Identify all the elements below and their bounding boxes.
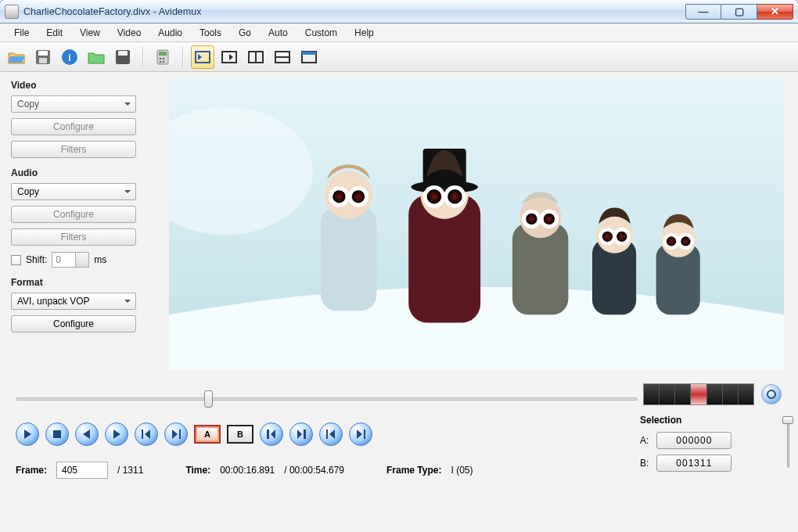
menu-edit[interactable]: Edit [38, 25, 70, 41]
audio-heading: Audio [11, 167, 156, 178]
selection-a-label: A: [640, 435, 649, 446]
output-display-icon[interactable] [217, 45, 241, 69]
svg-rect-8 [159, 52, 167, 56]
svg-point-28 [352, 190, 365, 203]
set-mark-b-button[interactable]: B [227, 425, 253, 444]
last-frame-button[interactable] [349, 422, 372, 446]
prev-frame-button[interactable] [75, 422, 99, 446]
time-value: 00:00:16.891 [220, 465, 275, 476]
frame-input[interactable]: 405 [56, 462, 108, 479]
menu-tools[interactable]: Tools [192, 25, 229, 41]
sidebar: Video Copy Configure Filters Audio Copy … [11, 80, 156, 332]
menu-auto[interactable]: Auto [261, 25, 296, 41]
split-vertical-icon[interactable] [244, 45, 268, 69]
format-configure-button[interactable]: Configure [11, 315, 136, 332]
time-label: Time: [185, 465, 210, 476]
audio-codec-select[interactable]: Copy [11, 183, 136, 200]
frame-value: 405 [62, 465, 77, 476]
jog-wheel[interactable] [643, 383, 754, 405]
audio-configure-button[interactable]: Configure [11, 206, 136, 223]
svg-point-9 [160, 57, 162, 59]
window-title: CharlieChocolateFactory.divx - Avidemux [23, 6, 201, 17]
svg-rect-55 [53, 430, 61, 438]
video-configure-button[interactable]: Configure [11, 118, 136, 135]
svg-rect-58 [267, 430, 269, 439]
frametype-value: I (05) [451, 465, 473, 476]
close-button[interactable]: ✕ [757, 4, 793, 20]
next-keyframe-button[interactable] [164, 422, 188, 446]
frame-total: / 1311 [117, 465, 143, 476]
selection-heading: Selection [640, 415, 775, 426]
speaker-icon[interactable] [761, 384, 782, 404]
jog-area [643, 383, 784, 405]
seek-slider[interactable] [16, 388, 638, 410]
format-select[interactable]: AVI, unpack VOP [11, 293, 136, 310]
audio-shift-checkbox[interactable] [11, 255, 21, 265]
audio-codec-value: Copy [17, 186, 39, 197]
menu-file[interactable]: File [6, 25, 37, 41]
stop-button[interactable] [45, 422, 69, 446]
svg-rect-56 [142, 430, 143, 439]
next-black-frame-button[interactable] [289, 422, 313, 446]
video-codec-select[interactable]: Copy [11, 95, 136, 113]
svg-rect-23 [321, 207, 376, 311]
next-frame-button[interactable] [105, 422, 128, 446]
save-icon[interactable] [31, 45, 55, 69]
menu-view[interactable]: View [72, 25, 108, 41]
svg-point-54 [681, 236, 690, 246]
svg-text:i: i [68, 52, 70, 63]
open-project-icon[interactable] [84, 45, 108, 69]
transport-bar: A B [16, 422, 372, 446]
svg-point-36 [448, 189, 462, 203]
video-filters-button[interactable]: Filters [11, 141, 136, 158]
menu-help[interactable]: Help [347, 25, 382, 41]
svg-point-12 [163, 60, 165, 63]
selection-a-button[interactable]: 000000 [656, 432, 732, 449]
client-area: Video Copy Configure Filters Audio Copy … [0, 72, 798, 532]
audio-shift-label: Shift: [26, 254, 47, 265]
save-project-icon[interactable] [111, 45, 135, 69]
calculator-icon[interactable] [151, 45, 174, 69]
svg-point-26 [332, 190, 345, 203]
input-display-icon[interactable] [191, 45, 214, 69]
svg-rect-59 [304, 430, 306, 439]
svg-point-32 [411, 181, 478, 193]
first-frame-button[interactable] [319, 422, 343, 446]
prev-black-frame-button[interactable] [260, 422, 283, 446]
seek-thumb[interactable] [204, 390, 213, 408]
split-horizontal-icon[interactable] [271, 45, 294, 69]
play-button[interactable] [16, 422, 39, 446]
menu-go[interactable]: Go [231, 25, 259, 41]
svg-rect-20 [302, 52, 316, 55]
set-mark-a-button[interactable]: A [194, 425, 221, 444]
volume-track [787, 418, 789, 468]
maximize-button[interactable]: ▢ [721, 4, 757, 20]
toolbar: i [0, 42, 798, 72]
audio-shift-value: 0 [56, 254, 61, 265]
svg-point-10 [163, 57, 165, 59]
audio-shift-input[interactable]: 0 [52, 252, 89, 268]
minimize-button[interactable]: — [685, 4, 721, 20]
single-display-icon[interactable] [297, 45, 321, 69]
svg-rect-2 [39, 58, 47, 63]
info-icon[interactable]: i [58, 45, 81, 69]
svg-point-40 [526, 214, 537, 225]
video-heading: Video [11, 80, 156, 91]
volume-thumb[interactable] [782, 416, 793, 424]
svg-point-11 [160, 60, 162, 63]
svg-point-52 [667, 236, 676, 246]
svg-rect-60 [326, 430, 328, 439]
menu-audio[interactable]: Audio [150, 25, 190, 41]
menu-video[interactable]: Video [110, 25, 149, 41]
format-value: AVI, unpack VOP [17, 296, 90, 307]
open-icon[interactable] [5, 45, 28, 69]
svg-rect-13 [196, 52, 210, 63]
prev-keyframe-button[interactable] [135, 422, 158, 446]
seek-track [16, 397, 638, 401]
audio-filters-button[interactable]: Filters [11, 228, 136, 246]
menu-bar: File Edit View Video Audio Tools Go Auto… [0, 23, 798, 42]
video-preview [169, 78, 784, 369]
video-codec-value: Copy [17, 99, 39, 110]
menu-custom[interactable]: Custom [297, 25, 345, 41]
frametype-label: Frame Type: [386, 465, 441, 476]
